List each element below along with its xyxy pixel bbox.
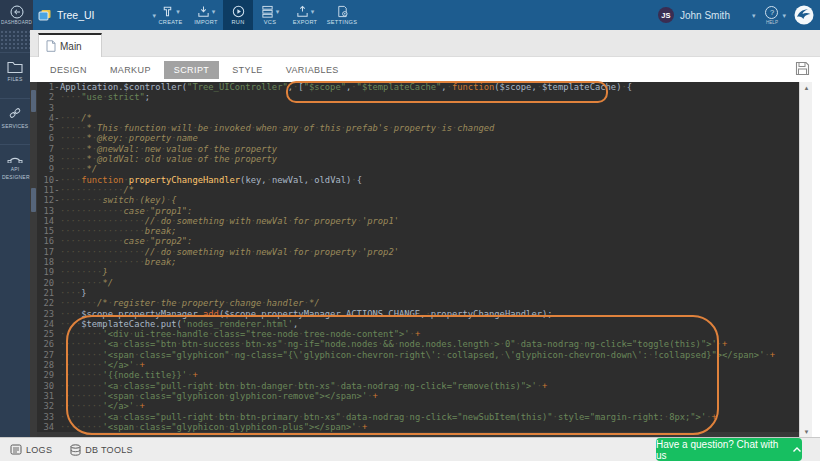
dashboard-button[interactable]: DASHBOARD — [0, 0, 33, 30]
import-icon — [197, 5, 210, 18]
code-text: ····$scope.propertyManager.add($scope.pr… — [60, 309, 799, 319]
line-number: 32 — [30, 401, 54, 411]
sidebar-texture — [0, 30, 30, 50]
code-text: ············case·"prop1": — [60, 206, 799, 216]
tab-script[interactable]: SCRIPT — [164, 61, 219, 79]
code-line: 19········} — [30, 267, 799, 277]
chat-button[interactable]: Have a question? Chat with us — [656, 438, 802, 461]
code-text — [60, 103, 799, 113]
code-line: 17················//·do·something·with·n… — [30, 247, 799, 257]
tab-variables[interactable]: VARIABLES — [276, 61, 349, 79]
line-number: 29 — [30, 370, 54, 380]
code-line: 31········'<span·class="glyphicon·glyphi… — [30, 391, 799, 401]
line-number: 3 — [30, 103, 54, 113]
wavemaker-studio: DASHBOARD Tree_UI ▾ ▾ CREATE ▾ IMPORT RU… — [0, 0, 820, 461]
line-number: 6 — [30, 133, 54, 143]
logs-icon — [10, 444, 22, 455]
code-line: 1-Application.$controller("Tree_UIContro… — [30, 82, 799, 92]
code-lines: 1-Application.$controller("Tree_UIContro… — [30, 82, 799, 437]
tab-style[interactable]: STYLE — [222, 61, 273, 79]
code-text: ·····*/ — [60, 164, 799, 174]
export-button[interactable]: ▾ EXPORT — [287, 0, 323, 30]
folder-icon — [7, 60, 23, 73]
code-line: 7·····*·@newVal:·new·value·of·the·proper… — [30, 144, 799, 154]
help-label: HELP — [766, 20, 778, 25]
code-line: 15················break; — [30, 226, 799, 236]
line-number: 30 — [30, 381, 54, 391]
save-button[interactable] — [795, 61, 810, 76]
line-number: 15 — [30, 226, 54, 236]
project-selector[interactable]: Tree_UI ▾ — [38, 0, 156, 30]
wavemaker-logo — [794, 5, 814, 25]
code-text: ····function·propertyChangeHandler(key,·… — [60, 175, 799, 185]
code-line: 20········*/ — [30, 278, 799, 288]
code-line: 6·····*·@key:·property·name — [30, 133, 799, 143]
run-icon — [232, 5, 245, 18]
dashboard-label: DASHBOARD — [1, 20, 32, 25]
code-text: ·····*·@oldVal:·old·value·of·the·propert… — [60, 154, 799, 164]
line-number: 24 — [30, 319, 54, 329]
line-number: 33 — [30, 412, 54, 422]
code-line: 16············case·"prop2": — [30, 236, 799, 246]
line-number: 8 — [30, 154, 54, 164]
code-text: ········'<a·class="pull-right·btn·btn-da… — [60, 381, 799, 391]
toolbar: ▾ CREATE ▾ IMPORT RUN ▾ VCS ▾ EXPORT SET — [152, 0, 361, 30]
user-name[interactable]: John Smith — [680, 10, 730, 21]
sidebar-item-services[interactable]: SERVICES — [0, 98, 30, 150]
code-editor[interactable]: 1-Application.$controller("Tree_UIContro… — [30, 82, 799, 437]
line-number: 26 — [30, 339, 54, 349]
create-button[interactable]: ▾ CREATE — [152, 0, 189, 30]
tab-design[interactable]: DESIGN — [40, 61, 97, 79]
code-text: ········'<div·ui-tree-handle·class="tree… — [60, 329, 799, 339]
code-text: ········} — [60, 267, 799, 277]
code-text: ········'<span·class="glyphicon"·ng-clas… — [60, 350, 799, 360]
code-text: ········'<a·class="btn·btn-success·btn-x… — [60, 339, 799, 349]
help-button[interactable]: ? HELP — [765, 6, 778, 25]
code-text: ····} — [60, 288, 799, 298]
scroll-up-icon[interactable]: ▲ — [800, 82, 813, 94]
code-line: 23····$scope.propertyManager.add($scope.… — [30, 309, 799, 319]
code-text: ········'<span·class="glyphicon·glyphico… — [60, 391, 799, 401]
import-button[interactable]: ▾ IMPORT — [189, 0, 223, 30]
code-text: ·····*·This·function·will·be·invoked·whe… — [60, 123, 799, 133]
tab-markup[interactable]: MARKUP — [100, 61, 161, 79]
sidebar-item-api-designer[interactable]: API DESIGNER — [0, 144, 30, 210]
settings-button[interactable]: SETTINGS — [323, 0, 361, 30]
avatar[interactable]: JS — [658, 7, 674, 23]
code-line: 32········'</a>'·+ — [30, 401, 799, 411]
code-text: ·····*·@key:·property·name — [60, 133, 799, 143]
line-number: 28 — [30, 360, 54, 370]
db-tools-button[interactable]: DB TOOLS — [70, 444, 133, 456]
code-text: ················break; — [60, 226, 799, 236]
user-menu-caret-icon[interactable]: ▾ — [752, 12, 756, 19]
settings-icon — [336, 5, 349, 18]
logs-button[interactable]: LOGS — [10, 444, 52, 455]
link-icon — [7, 106, 23, 120]
line-number: 13 — [30, 206, 54, 216]
top-bar: DASHBOARD Tree_UI ▾ ▾ CREATE ▾ IMPORT RU… — [0, 0, 820, 30]
tab-main[interactable]: Main — [38, 33, 102, 57]
code-line: 30········'<a·class="pull-right·btn·btn-… — [30, 381, 799, 391]
line-number: 1 — [30, 82, 54, 92]
line-number: 14 — [30, 216, 54, 226]
code-text: ········'{{node.title}}'·+ — [60, 370, 799, 380]
code-line: 21····} — [30, 288, 799, 298]
page-icon — [46, 40, 56, 52]
export-caret-icon: ▾ — [311, 8, 315, 15]
line-number: 2 — [30, 92, 54, 102]
editor-vscrollbar[interactable]: ▲ ▼ — [799, 82, 812, 438]
run-button[interactable]: RUN — [223, 0, 253, 30]
code-line: 24····$templateCache.put('nodes_renderer… — [30, 319, 799, 329]
sidebar-item-files[interactable]: FILES — [0, 52, 30, 104]
user-zone: JS John Smith ▾ ? HELP ▾ — [658, 0, 820, 30]
help-caret-icon[interactable]: ▾ — [782, 12, 786, 19]
arc-icon — [7, 152, 23, 163]
code-line: 27········'<span·class="glyphicon"·ng-cl… — [30, 350, 799, 360]
code-line: 14················//·do·something·with·n… — [30, 216, 799, 226]
line-number: 17 — [30, 247, 54, 257]
code-line: 8·····*·@oldVal:·old·value·of·the·proper… — [30, 154, 799, 164]
line-number: 21 — [30, 288, 54, 298]
code-text: ················//·do·something·with·new… — [60, 247, 799, 257]
code-text: ················//·do·something·with·new… — [60, 216, 799, 226]
vcs-button[interactable]: ▾ VCS — [253, 0, 287, 30]
